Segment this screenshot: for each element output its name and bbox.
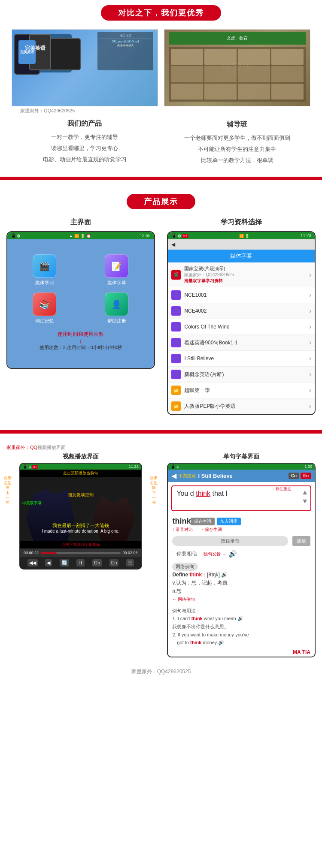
app-icon-help[interactable]: 👤 帮助注册 bbox=[84, 292, 149, 324]
media-icon-purple-2: 🎵 bbox=[171, 290, 181, 300]
lang-en-btn[interactable]: En bbox=[301, 473, 311, 479]
media-item-7-text: 新概念英语(片断) bbox=[184, 371, 224, 378]
media-highlight: 海量双字幕学习资料 bbox=[184, 278, 234, 284]
define-word: Define think bbox=[172, 572, 202, 578]
left-ann-top3: 播 bbox=[0, 485, 17, 491]
ctrl-repeat[interactable]: 🔄 bbox=[60, 559, 69, 567]
usage-arrow-icon: ↓ bbox=[12, 338, 150, 344]
ctrl-en[interactable]: En bbox=[109, 559, 118, 567]
video-bottom-controls: ◀◀ ◀ 🔄 ⏸ Gn En ☰ bbox=[20, 557, 141, 569]
usage-detail: 使用次数：2,使用时间：0小时1分钟0秒 bbox=[12, 344, 150, 351]
media-list-item-6[interactable]: 🎵 I Still Believe › bbox=[168, 351, 315, 367]
main-phone-body: 🎬 媒体学习 📝 媒体字幕 📚 词汇记忆 👤 bbox=[7, 239, 154, 368]
media-item-9-text: 人教版PEP版小学英语 bbox=[184, 403, 236, 410]
media-list-item-3[interactable]: 🎵 NCE4002 › bbox=[168, 303, 315, 319]
ctrl-menu[interactable]: ☰ bbox=[126, 559, 134, 567]
media-list-item-5[interactable]: 🎵 着迷英语900句Book1-1 › bbox=[168, 335, 315, 351]
sentence-text-area: You d think that I ▲ ▼ → 标注重点 bbox=[168, 485, 315, 511]
tutor-item: 文虎 · 教育 辅导班 一个老 bbox=[164, 29, 310, 166]
video-progressbar[interactable]: 00:00:22 00:02:06 bbox=[20, 549, 141, 557]
bottom-click-text: 点击字幕跳到字幕界面 bbox=[61, 542, 100, 547]
chevron-icon-1: › bbox=[309, 271, 311, 279]
media-icon-purple-5: 🎵 bbox=[171, 338, 181, 347]
media-list-item-9[interactable]: 📁 人教版PEP版小学英语 › bbox=[168, 398, 315, 414]
media-list-item-4[interactable]: 🎵 Colors Of The Wind › bbox=[168, 319, 315, 335]
showcase-header: 产品展示 bbox=[6, 189, 316, 214]
media-item-4-text: Colors Of The Wind bbox=[184, 324, 229, 330]
sentence-status-right: 1:00 bbox=[304, 464, 312, 469]
video-time-end: 00:02:06 bbox=[123, 551, 138, 555]
add-vocab-btn[interactable]: 加入词库 bbox=[217, 518, 241, 525]
comparison-row: 完美英语 词汇记忆 OK, you did it! Good 美语/标准模式 家… bbox=[0, 25, 322, 170]
media-list-col: 学习资料选择 📱 ψ 97 📶🔋 11:23 ◀ 媒体字幕 🎬 bbox=[167, 218, 316, 415]
tutor-title: 辅导班 bbox=[164, 120, 310, 129]
left-ann-top2: 左边 bbox=[0, 481, 17, 486]
press-record-btn[interactable]: 按住录音 bbox=[172, 536, 288, 546]
ctrl-pause[interactable]: ⏸ bbox=[76, 559, 85, 567]
right-annotation: 点击 右边 播 下 一 句 bbox=[144, 476, 164, 506]
chevron-icon-7: › bbox=[309, 371, 311, 378]
video-top-ctrl[interactable]: 点击顶部播放当前句 bbox=[20, 470, 141, 477]
ctrl-prev[interactable]: ◀ bbox=[45, 559, 52, 567]
ctrl-prev-prev[interactable]: ◀◀ bbox=[27, 559, 38, 567]
media-list-item-1[interactable]: 🎬 国家宝藏(片段演示) 家里家外：QQ429620525 海量双字幕学习资料 … bbox=[168, 262, 315, 287]
media-learn-icon: 🎬 bbox=[33, 254, 56, 278]
media-statusbar-left: 📱 ψ 97 bbox=[171, 233, 188, 238]
app-icon-vocab[interactable]: 📚 词汇记忆 bbox=[12, 292, 77, 324]
example-section: 例句与用法： 1. I can't think what you mean.🔊 … bbox=[168, 606, 315, 648]
usage-label: 使用时间和使用次数 bbox=[12, 331, 150, 338]
figure-right bbox=[93, 496, 135, 541]
media-list-item-8[interactable]: 📁 越狱第一季 › bbox=[168, 383, 315, 398]
ctrl-gn[interactable]: Gn bbox=[92, 559, 102, 567]
progress-track[interactable] bbox=[41, 552, 121, 554]
media-icon-yellow-9: 📁 bbox=[171, 401, 181, 411]
media-item-5-text: 着迷英语900句Book1-1 bbox=[184, 339, 238, 347]
network-arrow: ← 网络例句 bbox=[172, 597, 310, 603]
right-ann-top6: 句 bbox=[144, 500, 164, 506]
left-ann-top6: 句 bbox=[0, 500, 17, 506]
left-annotation: 点击 左边 播 上 一 句 bbox=[0, 476, 17, 506]
media-item-1-text: 国家宝藏(片段演示) 家里家外：QQ429620525 海量双字幕学习资料 bbox=[184, 265, 234, 284]
example1: 1. I can't think what you mean.🔊 bbox=[172, 615, 310, 623]
usage-info: 使用时间和使用次数 ↓ 使用次数：2,使用时间：0小时1分钟0秒 bbox=[12, 331, 150, 351]
network-label: 网络例句 bbox=[172, 563, 198, 571]
media-list-title: 学习资料选择 bbox=[167, 218, 316, 227]
save-word-btn[interactable]: 保存生词 bbox=[191, 518, 215, 525]
right-ann-top5: 一 bbox=[144, 496, 164, 501]
down-arrow[interactable]: ▼ bbox=[301, 497, 308, 505]
left-ann-top: 点击 bbox=[0, 476, 17, 481]
speaker-icon[interactable]: 🔊 bbox=[228, 550, 237, 558]
bottom-click-label: 点击字幕跳到字幕界面 bbox=[20, 541, 141, 549]
red-divider-1 bbox=[0, 177, 322, 180]
subtitle-label: 媒体字幕 bbox=[84, 280, 149, 286]
main-icons-grid: 🎬 媒体学习 📝 媒体字幕 📚 词汇记忆 👤 bbox=[12, 254, 150, 324]
tutor-desc: 一个老师要面对更多学生，做不到面面俱到 不可能让所有学生的注意力集中 比较单一的… bbox=[164, 133, 310, 166]
video-screen: 随意复读控制 中英双字幕 我在最后一刻捐了一大笔钱 I made a last-… bbox=[20, 477, 141, 541]
right-ann-top2: 右边 bbox=[144, 481, 164, 486]
lang-cn-btn[interactable]: Cn bbox=[289, 473, 299, 479]
classroom-image: 文虎 · 教育 bbox=[164, 29, 310, 106]
app-icon-subtitle[interactable]: 📝 媒体字幕 bbox=[84, 254, 149, 286]
app-icon-media-learn[interactable]: 🎬 媒体学习 bbox=[12, 254, 77, 286]
define-text: Define think：[θɪŋk] 🔊 v.认为，想，记起，考虑 n.想 bbox=[172, 571, 310, 596]
play-btn[interactable]: 播放 bbox=[292, 536, 310, 546]
right-ann-top3: 播 bbox=[144, 485, 164, 491]
product-title: 我们的产品 bbox=[12, 119, 158, 128]
media-phone-mockup: 📱 ψ 97 📶🔋 11:23 ◀ 媒体字幕 🎬 国家宝藏(片段演示) 家里家外… bbox=[167, 231, 316, 415]
media-learn-label: 媒体学习 bbox=[12, 280, 77, 286]
video-time-start: 00:00:22 bbox=[24, 551, 39, 555]
media-icon-purple-6: 🎵 bbox=[171, 354, 181, 363]
sentence-back-btn[interactable]: ◀ bbox=[171, 472, 176, 480]
bottom-section: 家里家外：QQ视频播放界面 视频播放界面 点击 左边 播 上 一 句 点击 右边 bbox=[0, 440, 322, 664]
chevron-icon-5: › bbox=[309, 339, 311, 347]
video-col: 视频播放界面 点击 左边 播 上 一 句 点击 右边 播 下 一 bbox=[6, 453, 155, 657]
chevron-icon-8: › bbox=[309, 386, 311, 394]
media-list-item-7[interactable]: 🎵 新概念英语(片断) › bbox=[168, 367, 315, 383]
video-watermark-top: 家里家外：QQ视频播放界面 bbox=[6, 444, 316, 451]
up-arrow[interactable]: ▲ bbox=[301, 488, 308, 496]
back-icon[interactable]: ◀ bbox=[171, 241, 175, 247]
translation-row: 你要相信 独句发音 → 🔊 bbox=[168, 547, 315, 561]
media-icon-purple-7: 🎵 bbox=[171, 370, 181, 379]
footer-watermark: 家里家外：QQ429620525 bbox=[0, 664, 322, 680]
media-list-item-2[interactable]: 🎵 NCE1001 › bbox=[168, 287, 315, 303]
